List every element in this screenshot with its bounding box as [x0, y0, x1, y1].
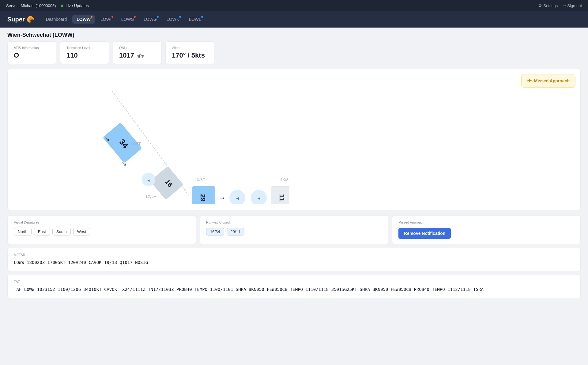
atis-label: ATIS Information	[14, 46, 50, 50]
live-dot	[61, 5, 63, 7]
direction-tags: North East South West	[14, 228, 190, 235]
qnh-card: QNH 1017 hPa	[113, 41, 162, 64]
dir-west[interactable]: West	[73, 228, 90, 235]
settings-link[interactable]: ⚙ Settings	[538, 3, 558, 8]
label-4x3t: 4X/3T	[194, 177, 205, 182]
wind-value: 170° / 5kts	[172, 51, 208, 59]
atis-card: ATIS Information O	[7, 41, 56, 64]
navbar: Super 🥐 Dashboard LOWW LOWI LOWS LOWG LO…	[0, 11, 588, 28]
missed-approach-label: Missed Approach	[534, 78, 570, 83]
runway-panel: ✈ Missed Approach 34 ↘ ↘ 16 1X/5T 1X/5H …	[7, 69, 581, 210]
remove-notification-button[interactable]: Remove Notification	[398, 228, 451, 239]
closed-rwy-16-34[interactable]: 16/34	[206, 228, 224, 235]
metar-content: LOWW 180020Z 17005KT 120V240 CAVOK 19/13…	[14, 259, 574, 266]
taf-panel: TAF TAF LOWW 102315Z 1100/1206 34010KT C…	[7, 275, 581, 298]
taf-title: TAF	[14, 280, 574, 284]
visual-departures-panel: Visual Depatures North East South West	[7, 215, 196, 244]
rwy34-arrow-up: ↘	[104, 136, 110, 142]
closed-rwy-tags: 16/34 29/11	[206, 228, 382, 235]
signout-link[interactable]: ↪ Sign out	[563, 3, 582, 8]
transition-card: Transition Level 110	[60, 41, 109, 64]
topbar-right: ⚙ Settings ↪ Sign out	[538, 3, 582, 8]
runway-closed-panel: Runway Closed 16/34 29/11	[200, 215, 388, 244]
lowk-dot	[179, 16, 181, 18]
qnh-label: QNH	[119, 46, 155, 50]
label-1x5h: 1X/5H	[145, 194, 156, 199]
visual-dep-title: Visual Depatures	[14, 220, 190, 224]
lowi-dot	[111, 16, 113, 18]
brand: Super 🥐	[7, 16, 34, 23]
rwy-closed-title: Runway Closed	[206, 220, 382, 224]
gear-icon: ⚙	[538, 3, 542, 8]
metar-panel: METAR LOWW 180020Z 17005KT 120V240 CAVOK…	[7, 248, 581, 271]
nav-loww[interactable]: LOWW	[72, 15, 95, 24]
topbar-left: Servus, Michael (10000005) Live Updates	[6, 3, 89, 8]
transition-label: Transition Level	[66, 46, 103, 50]
svg-text:11: 11	[278, 194, 286, 201]
compass-icon-11: ◂	[258, 195, 260, 201]
page-title: Wien-Schwechat (LOWW)	[0, 28, 588, 41]
runway-diagram: 34 ↘ ↘ 16 1X/5T 1X/5H 4X/3T 4X/3H 29 → ◂…	[14, 75, 289, 204]
label-4x3h: 4X/3H	[280, 177, 289, 182]
live-updates: Live Updates	[61, 3, 89, 8]
atis-value: O	[14, 51, 50, 59]
rwy29-arrow: →	[218, 194, 226, 202]
topbar: Servus, Michael (10000005) Live Updates …	[0, 0, 588, 11]
transition-value: 110	[66, 51, 103, 59]
brand-emoji: 🥐	[27, 16, 34, 23]
closed-rwy-29-11[interactable]: 29/11	[227, 228, 245, 235]
info-cards: ATIS Information O Transition Level 110 …	[0, 41, 588, 69]
lowg-dot	[157, 16, 159, 18]
dir-north[interactable]: North	[14, 228, 32, 235]
nav-lowk[interactable]: LOWK	[162, 15, 183, 24]
metar-title: METAR	[14, 253, 574, 257]
nav-dashboard[interactable]: Dashboard	[42, 15, 71, 24]
nav-lowg[interactable]: LOWG	[139, 15, 161, 24]
missed-approach-badge: ✈ Missed Approach	[521, 74, 575, 88]
bottom-panels: Visual Depatures North East South West R…	[0, 210, 588, 244]
dir-east[interactable]: East	[34, 228, 50, 235]
nav-lowl[interactable]: LOWL	[185, 15, 205, 24]
missed-approach-panel: Missed Approach Remove Notification	[392, 215, 581, 244]
compass-icon-34: ◂	[147, 178, 150, 183]
missed-approach-title: Missed Approach	[398, 220, 574, 224]
qnh-value: 1017 hPa	[119, 51, 155, 59]
plane-icon: ✈	[527, 77, 532, 84]
loww-dot	[91, 16, 92, 18]
compass-icon-29: ◂	[236, 195, 239, 201]
rwy34-arrow-down: ↘	[122, 160, 127, 167]
label-1x5t: 1X/5T	[130, 141, 141, 146]
svg-text:29: 29	[199, 194, 207, 201]
nav-lows[interactable]: LOWS	[117, 15, 138, 24]
signout-icon: ↪	[563, 3, 566, 8]
wind-card: Wind 170° / 5kts	[165, 41, 214, 64]
wind-label: Wind	[172, 46, 208, 50]
taf-content: TAF LOWW 102315Z 1100/1206 34010KT CAVOK…	[14, 286, 574, 293]
lowl-dot	[201, 16, 203, 18]
dir-south[interactable]: South	[52, 228, 71, 235]
nav-lowi[interactable]: LOWI	[96, 15, 116, 24]
lows-dot	[134, 16, 136, 18]
user-label: Servus, Michael (10000005)	[6, 3, 56, 8]
